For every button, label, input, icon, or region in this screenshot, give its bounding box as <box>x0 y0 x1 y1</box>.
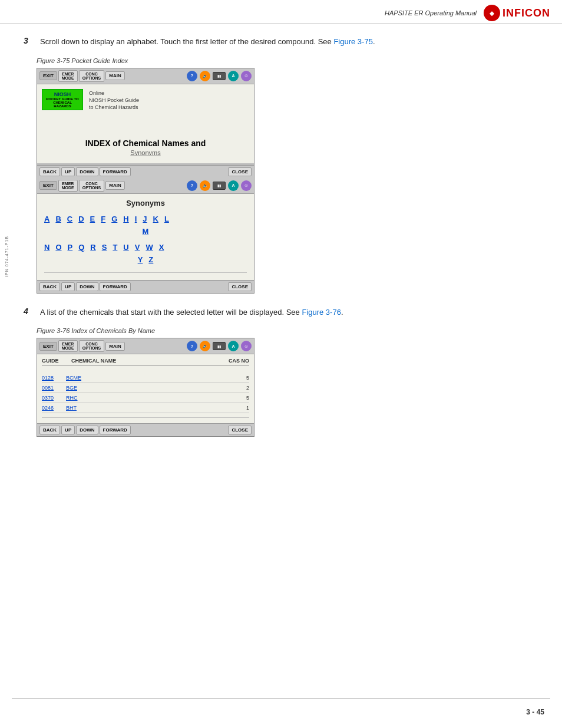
alpha-D[interactable]: D <box>78 215 84 223</box>
forward-button-2[interactable]: FORWARD <box>100 282 131 291</box>
alpha-G[interactable]: G <box>111 215 117 223</box>
down-button-1[interactable]: DOWN <box>76 167 98 176</box>
emer-mode-button-1[interactable]: EMERMODE <box>58 70 78 82</box>
alpha-Y[interactable]: Y <box>138 255 143 264</box>
alpha-W[interactable]: W <box>146 243 153 252</box>
alpha-J[interactable]: J <box>143 215 147 223</box>
conc-options-button-1b[interactable]: CONCOPTIONS <box>79 180 105 192</box>
alpha-R[interactable]: R <box>90 243 95 252</box>
alpha-T[interactable]: T <box>113 243 117 252</box>
exit-button-1[interactable]: EXIT <box>39 71 57 80</box>
step-3-row: 3 Scroll down to display an alphabet. To… <box>24 36 527 48</box>
logo-text: INFICON <box>503 7 550 19</box>
alpha-K[interactable]: K <box>153 215 158 223</box>
help-icon-3: ? <box>187 341 197 351</box>
back-button-2[interactable]: BACK <box>39 282 60 291</box>
back-button-3[interactable]: BACK <box>39 426 60 434</box>
alpha-F[interactable]: F <box>101 215 105 223</box>
user-icon-3: ☺ <box>241 341 252 351</box>
alpha-Q[interactable]: Q <box>78 243 84 252</box>
chem-name-bht[interactable]: BHT <box>66 405 237 411</box>
down-button-3[interactable]: DOWN <box>76 426 98 434</box>
emer-mode-button-1b[interactable]: EMERMODE <box>58 180 78 192</box>
table-row: 0128 BCME 5 <box>42 373 249 383</box>
close-button-2[interactable]: CLOSE <box>228 282 252 291</box>
battery-icon-1b: ▮▮ <box>213 182 226 190</box>
bottom-nav-2: BACK UP DOWN FORWARD CLOSE <box>37 280 254 293</box>
chem-guide-0370[interactable]: 0370 <box>42 395 62 401</box>
exit-button-1b[interactable]: EXIT <box>39 181 57 190</box>
user-icon-1b: ☺ <box>241 180 252 191</box>
niosh-desc-line2: NIOSH Pocket Guide <box>89 97 139 103</box>
chem-name-bcme[interactable]: BCME <box>66 375 237 381</box>
conc-options-button-1[interactable]: CONCOPTIONS <box>79 70 105 82</box>
alpha-Z[interactable]: Z <box>148 255 153 264</box>
main-content: 3 Scroll down to display an alphabet. To… <box>0 24 562 462</box>
step-4-row: 4 A list of the chemicals that start wit… <box>24 307 527 318</box>
status-icon-1: 🔈 <box>200 71 210 81</box>
alpha-O[interactable]: O <box>55 243 61 252</box>
emer-mode-button-3[interactable]: EMERMODE <box>58 340 78 352</box>
alpha-B[interactable]: B <box>55 215 61 223</box>
help-icon-1b: ? <box>187 180 197 191</box>
alpha-E[interactable]: E <box>90 215 95 223</box>
figure-3-75-link[interactable]: Figure 3-75 <box>333 37 372 46</box>
screen-body-chemicals: GUIDE CHEMICAL NAME CAS NO 0128 BCME 5 0… <box>37 354 254 423</box>
sidebar-label: IPN 074-471-P1B <box>5 236 9 277</box>
chem-guide-0081[interactable]: 0081 <box>42 385 62 391</box>
status-icon-3: 🔈 <box>200 341 210 351</box>
alpha-L[interactable]: L <box>164 215 169 223</box>
synonyms-partial: Synonyms <box>42 149 249 156</box>
chem-name-rhc[interactable]: RHC <box>66 395 237 401</box>
bottom-nav-3: BACK UP DOWN FORWARD CLOSE <box>37 423 254 436</box>
close-button-1[interactable]: CLOSE <box>228 167 252 176</box>
page-number: 3 - 45 <box>526 708 544 716</box>
up-button-1[interactable]: UP <box>61 167 75 176</box>
niosh-title: NIOSH <box>45 91 80 97</box>
exit-button-3[interactable]: EXIT <box>39 342 57 351</box>
alpha-V[interactable]: V <box>135 243 140 252</box>
screen-body-synonyms: Synonyms ABCDEFGHIJKL M NOPQRSTUVWX Y Z <box>37 194 254 280</box>
toolbar-1b: EXIT EMERMODE CONCOPTIONS MAIN ? 🔈 ▮▮ A … <box>37 178 254 194</box>
device-screen-3: EXIT EMERMODE CONCOPTIONS MAIN ? 🔈 ▮▮ A … <box>37 338 254 437</box>
alpha-M[interactable]: M <box>143 227 149 236</box>
conc-options-button-3[interactable]: CONCOPTIONS <box>79 340 105 352</box>
network-icon-1b: A <box>228 180 239 191</box>
up-button-2[interactable]: UP <box>61 282 75 291</box>
page-header: HAPSITE ER Operating Manual ◆ INFICON <box>0 0 562 24</box>
main-button-3[interactable]: MAIN <box>105 342 124 351</box>
back-button-1[interactable]: BACK <box>39 167 60 176</box>
niosh-area: NIOSH POCKET GUIDE TOCHEMICALHAZARDS Onl… <box>42 89 249 110</box>
chem-guide-0128[interactable]: 0128 <box>42 375 62 381</box>
down-button-2[interactable]: DOWN <box>76 282 98 291</box>
niosh-desc-line3: to Chemical Hazards <box>89 104 139 110</box>
forward-button-3[interactable]: FORWARD <box>100 426 131 434</box>
main-button-1[interactable]: MAIN <box>105 71 124 80</box>
up-button-3[interactable]: UP <box>61 426 75 434</box>
alpha-C[interactable]: C <box>67 215 72 223</box>
alpha-row-1: ABCDEFGHIJKL <box>44 215 247 223</box>
figure-3-76-link[interactable]: Figure 3-76 <box>302 308 340 317</box>
niosh-logo: NIOSH POCKET GUIDE TOCHEMICALHAZARDS <box>42 89 83 110</box>
chem-name-bge[interactable]: BGE <box>66 385 237 391</box>
chem-header-guide: GUIDE <box>42 358 71 364</box>
alpha-U[interactable]: U <box>123 243 128 252</box>
chem-guide-0246[interactable]: 0246 <box>42 405 62 411</box>
chem-header-row: GUIDE CHEMICAL NAME CAS NO <box>42 358 249 366</box>
alpha-X[interactable]: X <box>159 243 164 252</box>
alpha-S[interactable]: S <box>102 243 107 252</box>
niosh-desc: Online NIOSH Pocket Guide to Chemical Ha… <box>89 89 139 110</box>
main-button-1b[interactable]: MAIN <box>105 181 124 190</box>
close-button-3[interactable]: CLOSE <box>228 426 252 434</box>
footer-divider <box>12 698 550 699</box>
toolbar-icons-1b: ? 🔈 ▮▮ A ☺ <box>187 180 252 191</box>
screen-body-1: NIOSH POCKET GUIDE TOCHEMICALHAZARDS Onl… <box>37 84 254 163</box>
alpha-A[interactable]: A <box>44 215 49 223</box>
logo-area: ◆ INFICON <box>484 5 550 21</box>
chem-cas-0246: 1 <box>237 405 249 411</box>
alpha-H[interactable]: H <box>123 215 128 223</box>
alpha-N[interactable]: N <box>44 243 49 252</box>
forward-button-1[interactable]: FORWARD <box>100 167 131 176</box>
alpha-I[interactable]: I <box>135 215 137 223</box>
alpha-P[interactable]: P <box>68 243 73 252</box>
